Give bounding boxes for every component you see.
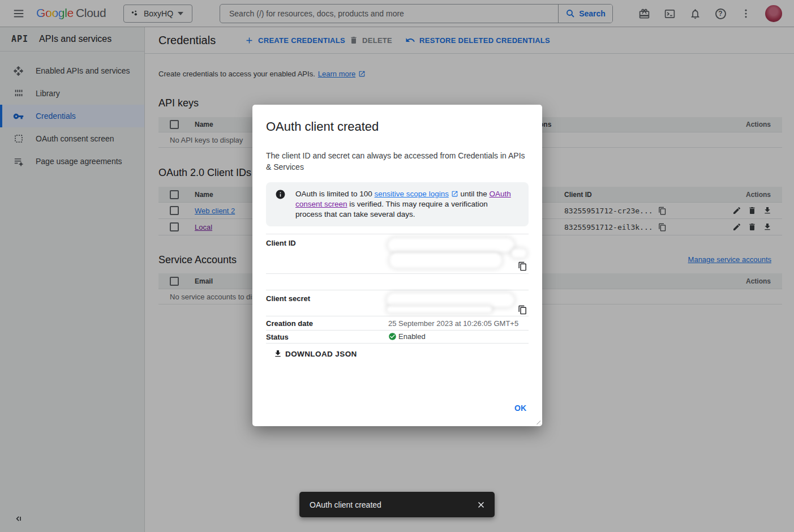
status-value: Enabled <box>398 332 426 341</box>
spacer-row <box>266 273 529 290</box>
info-icon <box>275 189 286 220</box>
ok-button[interactable]: OK <box>514 404 526 413</box>
creation-date-row: Creation date 25 September 2023 at 10:26… <box>266 316 529 330</box>
download-json-button[interactable]: DOWNLOAD JSON <box>273 349 357 358</box>
client-secret-label: Client secret <box>266 294 310 303</box>
snackbar-message: OAuth client created <box>310 500 476 509</box>
oauth-client-created-dialog: OAuth client created The client ID and s… <box>252 105 542 426</box>
status-label: Status <box>266 333 289 341</box>
dialog-title: OAuth client created <box>266 119 379 134</box>
copy-client-secret-icon[interactable] <box>518 305 527 315</box>
resize-handle[interactable] <box>534 418 540 424</box>
client-id-row: Client ID <box>266 234 529 273</box>
client-id-redacted-value <box>388 234 529 273</box>
snackbar: OAuth client created <box>299 492 495 517</box>
download-icon <box>273 349 282 358</box>
notice-text: OAuth is limited to 100 sensitive scope … <box>295 189 514 220</box>
client-secret-redacted-value <box>388 290 529 316</box>
dialog-notice: OAuth is limited to 100 sensitive scope … <box>266 182 529 226</box>
sensitive-scope-logins-link[interactable]: sensitive scope logins <box>375 190 449 198</box>
dialog-body: The client ID and secret can always be a… <box>266 150 529 173</box>
status-row: Status Enabled <box>266 330 529 344</box>
client-id-label: Client ID <box>266 239 296 247</box>
copy-client-id-icon[interactable] <box>518 261 527 271</box>
dialog-fields: Client ID Client secret <box>266 234 529 344</box>
external-link-icon <box>451 190 458 198</box>
creation-date-label: Creation date <box>266 319 313 328</box>
client-secret-row: Client secret <box>266 290 529 316</box>
close-icon[interactable] <box>476 500 486 510</box>
check-circle-icon <box>388 332 397 341</box>
creation-date-value: 25 September 2023 at 10:26:05 GMT+5 <box>388 319 518 328</box>
page: GoogleCloud BoxyHQ Search <box>0 0 794 532</box>
